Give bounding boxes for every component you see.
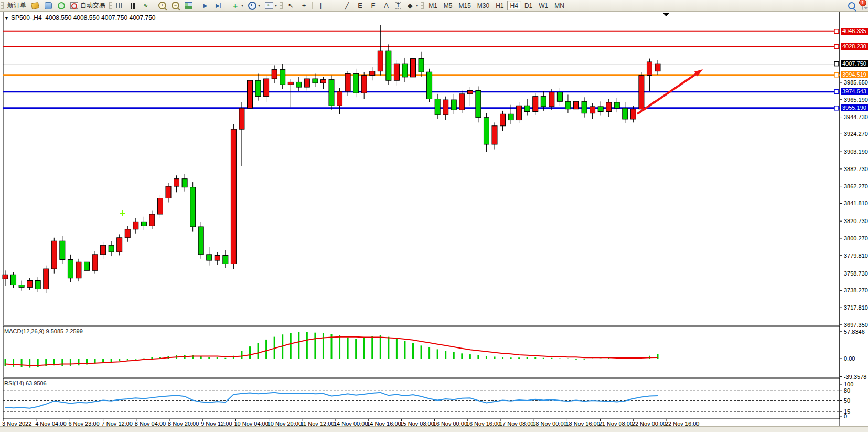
candle — [606, 102, 612, 112]
price-tick-label: 3758.730 — [844, 270, 868, 277]
candle — [329, 80, 334, 106]
level-line-anchor[interactable] — [834, 29, 839, 34]
candle — [394, 64, 399, 80]
candle — [582, 101, 587, 113]
toolbar-grip[interactable] — [109, 2, 112, 9]
crosshair-tool-button[interactable]: + — [297, 1, 310, 10]
level-line-anchor[interactable] — [834, 45, 839, 49]
candle — [565, 101, 571, 109]
price-badge-3955.190: 3955.190 — [841, 104, 868, 111]
label-tool-button[interactable]: T — [393, 1, 403, 10]
candle — [655, 64, 660, 71]
timeframe-button-mn[interactable]: MN — [551, 1, 567, 10]
expert-advisors-button[interactable] — [41, 1, 55, 10]
search-icon[interactable] — [848, 2, 855, 9]
candlestick-mode-button[interactable] — [126, 1, 139, 10]
vertical-line-tool-button[interactable]: | — [314, 1, 327, 10]
signals-button[interactable] — [55, 1, 68, 10]
toolbar-grip[interactable] — [280, 2, 283, 9]
timeframe-button-h1[interactable]: H1 — [492, 1, 507, 10]
status-bar — [0, 426, 868, 432]
auto-scroll-button[interactable]: ▶ — [199, 1, 212, 10]
level-line-anchor[interactable] — [834, 73, 839, 77]
horizontal-line-tool-button[interactable]: — — [327, 1, 340, 10]
candle — [337, 91, 342, 106]
zoom-in-button[interactable]: + — [156, 1, 169, 10]
candle — [378, 51, 383, 71]
line-chart-mode-button[interactable]: ∿ — [139, 1, 152, 10]
level-line-anchor[interactable] — [834, 62, 839, 66]
candle — [141, 222, 146, 226]
arrows-tool-button[interactable]: ◆▾ — [403, 1, 420, 10]
templates-button[interactable]: ≈▾ — [262, 1, 279, 10]
price-badge-3994.519: 3994.519 — [841, 71, 868, 78]
timeframe-button-h4[interactable]: H4 — [507, 1, 521, 10]
autotrading-button[interactable]: 自动交易 — [68, 1, 108, 10]
tile-windows-button[interactable] — [182, 1, 195, 10]
autotrading-icon — [70, 2, 78, 9]
toolbar-grip[interactable] — [1, 2, 4, 9]
timeframe-button-d1[interactable]: D1 — [521, 1, 535, 10]
timeframe-button-m30[interactable]: M30 — [474, 1, 492, 10]
market-depth-icon — [31, 2, 39, 9]
equidistant-channel-icon: E — [356, 2, 365, 9]
candle — [35, 281, 40, 289]
periods-button[interactable]: ▾ — [245, 1, 262, 10]
chart-legend: ▼SP500-,H4 4008.550 4008.550 4007.750 40… — [4, 14, 156, 22]
rsi-scale-label: 50 — [844, 397, 850, 404]
bar-chart-mode-button[interactable] — [113, 1, 126, 10]
timeframe-button-m5[interactable]: M5 — [441, 1, 456, 10]
level-line-anchor[interactable] — [834, 106, 839, 110]
candle — [313, 79, 318, 83]
text-tool-button[interactable]: A — [380, 1, 393, 10]
candle — [157, 198, 163, 214]
candle — [508, 114, 513, 120]
chart-canvas[interactable]: 3985.6503965.1903944.7303924.2703903.190… — [0, 12, 868, 432]
candle — [296, 82, 302, 87]
chart-window: 3985.6503965.1903944.7303924.2703903.190… — [0, 12, 868, 432]
candle — [361, 76, 367, 93]
price-tick-label: 3924.270 — [844, 131, 868, 137]
price-badge-3974.543: 3974.543 — [841, 88, 868, 95]
level-line-anchor[interactable] — [834, 90, 839, 94]
candle — [549, 92, 554, 107]
new-order-label: 新订单 — [7, 1, 26, 10]
candle — [182, 179, 187, 187]
candle — [623, 108, 628, 119]
auto-scroll-icon: ▶ — [201, 2, 210, 9]
depth-of-market-button[interactable] — [28, 1, 41, 10]
timeframe-button-m15[interactable]: M15 — [456, 1, 474, 10]
trendline-icon: ╱ — [342, 2, 351, 9]
candle — [198, 227, 203, 255]
candle — [345, 73, 350, 91]
fibonacci-tool-button[interactable]: F — [367, 1, 380, 10]
price-tick-label: 3862.270 — [844, 183, 868, 189]
new-order-button[interactable]: 新订单 — [5, 1, 28, 10]
dropdown-caret-icon: ▾ — [241, 3, 243, 8]
candle — [451, 100, 456, 110]
candle — [402, 64, 408, 77]
add-indicator-button[interactable]: ＋▾ — [229, 1, 245, 10]
zoom-out-button[interactable]: − — [169, 1, 182, 10]
cursor-tool-button[interactable]: ↖ — [284, 1, 297, 10]
chart-shift-button[interactable]: ▶| — [212, 1, 225, 10]
legend-collapse-icon[interactable]: ▼ — [4, 16, 9, 21]
timeframe-button-m1[interactable]: M1 — [425, 1, 441, 10]
candle — [117, 238, 122, 252]
candle — [647, 62, 652, 76]
candle — [419, 59, 424, 72]
notifications-button[interactable]: 1 — [862, 2, 863, 9]
channel-tool-button[interactable]: E — [353, 1, 367, 10]
toolbar-grip[interactable] — [421, 2, 424, 9]
fibonacci-icon: F — [369, 2, 378, 9]
dropdown-caret-icon: ▾ — [416, 3, 418, 8]
candle — [174, 179, 179, 186]
trendline-tool-button[interactable]: ╱ — [340, 1, 353, 10]
expert-advisor-icon — [45, 2, 52, 9]
cursor-icon: ↖ — [286, 2, 295, 9]
timeframe-button-w1[interactable]: W1 — [535, 1, 551, 10]
candle — [280, 69, 285, 85]
price-badge-4007.750: 4007.750 — [841, 60, 868, 67]
candle — [133, 222, 138, 229]
zoom-in-icon: + — [158, 2, 166, 9]
